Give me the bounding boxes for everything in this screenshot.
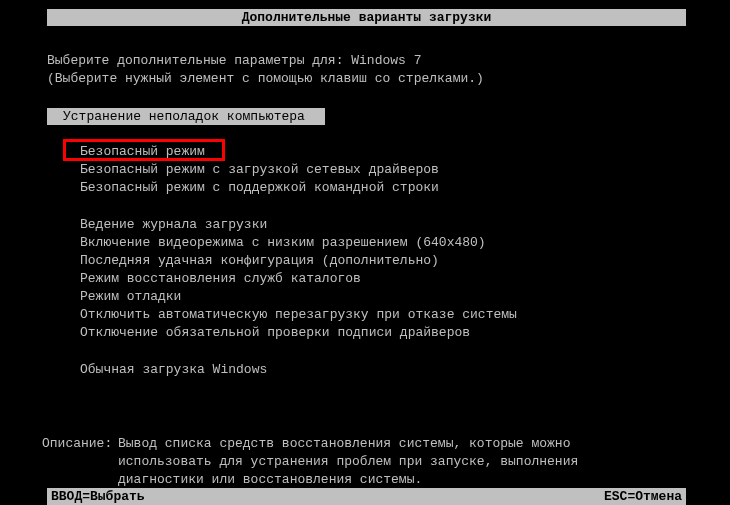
menu-dsrm[interactable]: Режим восстановления служб каталогов (80, 271, 361, 286)
menu-debug[interactable]: Режим отладки (80, 289, 181, 304)
footer-bar: ВВОД=Выбрать (47, 488, 686, 505)
menu-disable-driver-sig[interactable]: Отключение обязательной проверки подписи… (80, 325, 470, 340)
menu-last-known-good[interactable]: Последняя удачная конфигурация (дополнит… (80, 253, 439, 268)
menu-disable-auto-restart[interactable]: Отключить автоматическую перезагрузку пр… (80, 307, 517, 322)
menu-safe-mode-networking[interactable]: Безопасный режим с загрузкой сетевых дра… (80, 162, 439, 177)
menu-low-res-video[interactable]: Включение видеорежима с низким разрешени… (80, 235, 486, 250)
menu-boot-logging[interactable]: Ведение журнала загрузки (80, 217, 267, 232)
prompt-line-1: Выберите дополнительные параметры для: W… (47, 53, 421, 68)
description-line-2: использовать для устранения проблем при … (118, 454, 578, 469)
prompt-line-2: (Выберите нужный элемент с помощью клави… (47, 71, 484, 86)
menu-safe-mode[interactable]: Безопасный режим (80, 144, 205, 159)
menu-normal-start[interactable]: Обычная загрузка Windows (80, 362, 267, 377)
repair-computer-option[interactable]: Устранение неполадок компьютера (47, 108, 325, 125)
title-bar: Дополнительные варианты загрузки (47, 9, 686, 26)
menu-safe-mode-cmd[interactable]: Безопасный режим с поддержкой командной … (80, 180, 439, 195)
description-line-3: диагностики или восстановления системы. (118, 472, 422, 487)
footer-select-hint: ВВОД=Выбрать (51, 489, 145, 504)
description-line-1: Вывод списка средств восстановления сист… (118, 436, 570, 451)
description-label: Описание: (42, 436, 112, 451)
footer-cancel-hint: ESC=Отмена (604, 488, 686, 505)
